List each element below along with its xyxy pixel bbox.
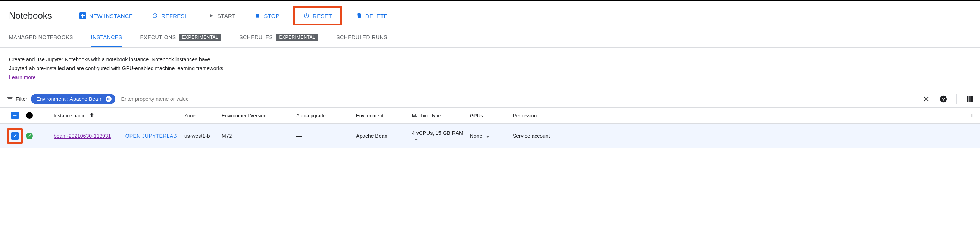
start-button[interactable]: START bbox=[202, 10, 241, 22]
filter-chip-environment[interactable]: Environment : Apache Beam ✕ bbox=[31, 94, 115, 104]
tabs: MANAGED NOTEBOOKS INSTANCES EXECUTIONS E… bbox=[0, 29, 980, 48]
col-header-name[interactable]: Instance name bbox=[54, 112, 185, 120]
status-ok-icon bbox=[26, 133, 33, 139]
row-checkbox-highlight bbox=[7, 128, 23, 144]
tab-executions[interactable]: EXECUTIONS EXPERIMENTAL bbox=[140, 29, 221, 48]
cell-gpus[interactable]: None bbox=[470, 133, 513, 139]
table-header: Instance name Zone Environment Version A… bbox=[0, 107, 980, 124]
learn-more-link[interactable]: Learn more bbox=[9, 74, 36, 80]
col-header-env-version[interactable]: Environment Version bbox=[222, 113, 296, 118]
tab-schedules[interactable]: SCHEDULES EXPERIMENTAL bbox=[239, 29, 318, 48]
reset-label: RESET bbox=[313, 13, 332, 19]
page-title: Notebooks bbox=[9, 10, 52, 21]
sort-up-icon bbox=[88, 112, 95, 120]
refresh-button[interactable]: REFRESH bbox=[146, 10, 194, 22]
refresh-label: REFRESH bbox=[161, 13, 189, 19]
col-header-permission[interactable]: Permission bbox=[513, 113, 563, 118]
svg-rect-4 bbox=[13, 115, 17, 116]
filter-icon bbox=[6, 95, 13, 104]
power-icon bbox=[303, 12, 310, 19]
clear-filter-icon[interactable] bbox=[922, 95, 931, 103]
col-header-zone[interactable]: Zone bbox=[185, 113, 222, 118]
new-instance-button[interactable]: NEW INSTANCE bbox=[74, 10, 138, 22]
stop-label: STOP bbox=[264, 13, 280, 19]
experimental-badge: EXPERIMENTAL bbox=[179, 34, 221, 41]
cell-zone: us-west1-b bbox=[185, 133, 222, 139]
select-all-checkbox[interactable] bbox=[11, 112, 19, 119]
close-icon[interactable]: ✕ bbox=[106, 96, 111, 102]
play-icon bbox=[207, 12, 214, 19]
cell-permission: Service account bbox=[513, 133, 563, 139]
svg-rect-1 bbox=[256, 14, 259, 17]
row-checkbox[interactable] bbox=[11, 132, 19, 140]
col-header-gpus[interactable]: GPUs bbox=[470, 113, 513, 118]
new-instance-label: NEW INSTANCE bbox=[89, 13, 133, 19]
col-header-last[interactable]: L bbox=[563, 113, 974, 118]
col-header-environment[interactable]: Environment bbox=[356, 113, 412, 118]
stop-icon bbox=[254, 12, 261, 19]
filter-bar: Filter Environment : Apache Beam ✕ ? bbox=[0, 91, 980, 107]
experimental-badge: EXPERIMENTAL bbox=[276, 34, 318, 41]
stop-button[interactable]: STOP bbox=[249, 10, 285, 22]
page-header: Notebooks NEW INSTANCE REFRESH START STO… bbox=[0, 2, 980, 29]
reset-highlight: RESET bbox=[293, 6, 342, 26]
chevron-down-icon bbox=[414, 139, 418, 141]
refresh-icon bbox=[151, 12, 158, 19]
cell-environment: Apache Beam bbox=[356, 133, 412, 139]
instance-name-link[interactable]: beam-20210630-113931 bbox=[54, 133, 111, 139]
delete-button[interactable]: DELETE bbox=[350, 10, 393, 22]
cell-machine-type[interactable]: 4 vCPUs, 15 GB RAM bbox=[412, 130, 470, 142]
open-jupyterlab-link[interactable]: OPEN JUPYTERLAB bbox=[126, 133, 177, 139]
table-row[interactable]: beam-20210630-113931 OPEN JUPYTERLAB us-… bbox=[0, 124, 980, 148]
columns-icon[interactable] bbox=[966, 95, 974, 103]
status-header-icon bbox=[26, 112, 33, 119]
chevron-down-icon bbox=[486, 136, 490, 138]
description: Create and use Jupyter Notebooks with a … bbox=[0, 48, 239, 91]
cell-env-version: M72 bbox=[222, 133, 296, 139]
svg-text:?: ? bbox=[942, 96, 945, 102]
tab-managed-notebooks[interactable]: MANAGED NOTEBOOKS bbox=[9, 29, 73, 47]
tab-instances[interactable]: INSTANCES bbox=[91, 29, 123, 47]
reset-button[interactable]: RESET bbox=[298, 10, 337, 22]
trash-icon bbox=[356, 12, 363, 19]
help-icon[interactable]: ? bbox=[939, 95, 948, 103]
filter-input[interactable] bbox=[119, 94, 918, 104]
tab-scheduled-runs[interactable]: SCHEDULED RUNS bbox=[336, 29, 387, 47]
col-header-auto-upgrade[interactable]: Auto-upgrade bbox=[296, 113, 356, 118]
col-header-machine-type[interactable]: Machine type bbox=[412, 113, 470, 118]
delete-label: DELETE bbox=[365, 13, 388, 19]
cell-auto-upgrade: — bbox=[296, 133, 356, 139]
start-label: START bbox=[217, 13, 235, 19]
filter-label: Filter bbox=[6, 95, 27, 104]
plus-icon bbox=[80, 12, 86, 19]
